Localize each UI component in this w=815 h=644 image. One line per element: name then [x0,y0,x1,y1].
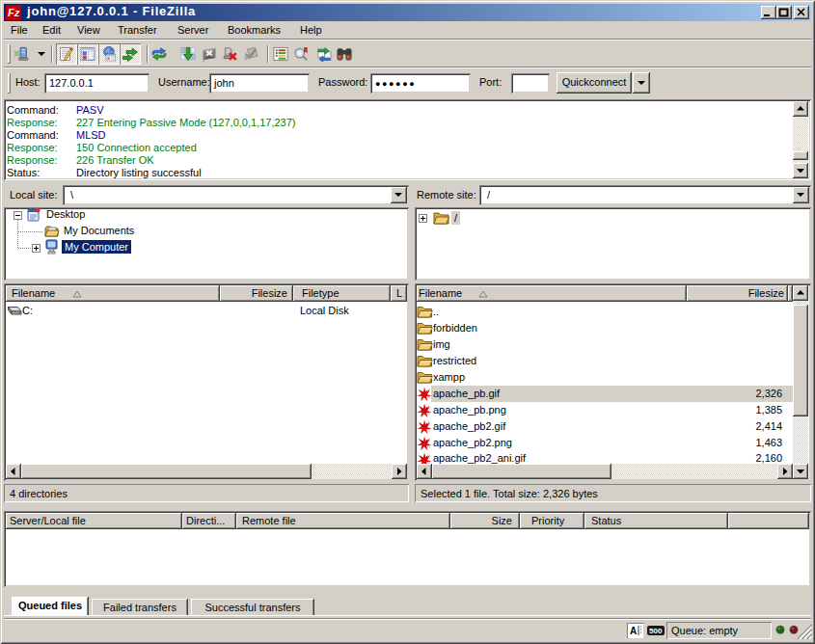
svg-text:500: 500 [649,627,663,635]
svg-text:Fz: Fz [8,7,20,18]
svg-text:A: A [630,626,637,636]
